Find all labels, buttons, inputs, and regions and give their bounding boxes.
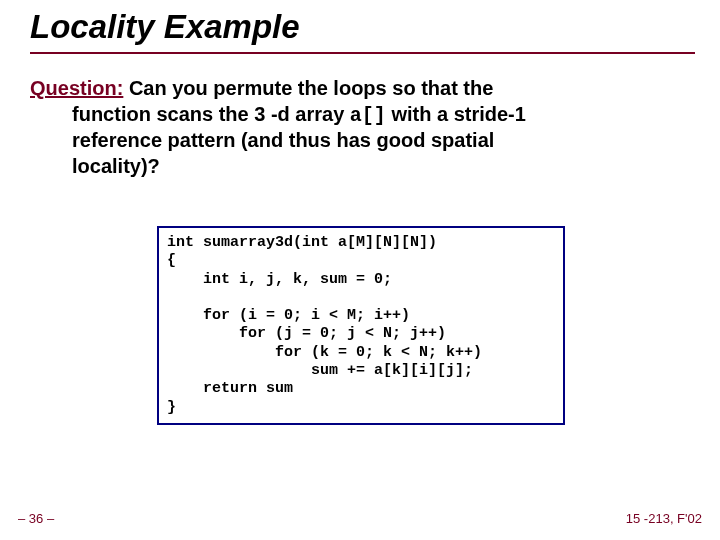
inline-code-array: a[] [350,104,386,127]
slide-title: Locality Example [30,8,300,46]
code-content: int sumarray3d(int a[M][N][N]) { int i, … [167,234,555,417]
question-line2-a: function scans the 3 -d array [72,103,350,125]
question-text-line2: function scans the 3 -d array a[] with a… [72,102,670,129]
question-text-line4: locality)? [72,154,670,180]
code-box: int sumarray3d(int a[M][N][N]) { int i, … [157,226,565,425]
question-label: Question: [30,77,123,99]
question-text-line3: reference pattern (and thus has good spa… [72,128,670,154]
title-underline [30,52,695,54]
footer-page-number: – 36 – [18,511,54,526]
question-text-line1: Can you permute the loops so that the [123,77,493,99]
slide: Locality Example Question: Can you permu… [0,0,720,540]
footer-course-label: 15 -213, F'02 [626,511,702,526]
question-block: Question: Can you permute the loops so t… [30,76,670,179]
question-line2-b: with a stride-1 [386,103,526,125]
